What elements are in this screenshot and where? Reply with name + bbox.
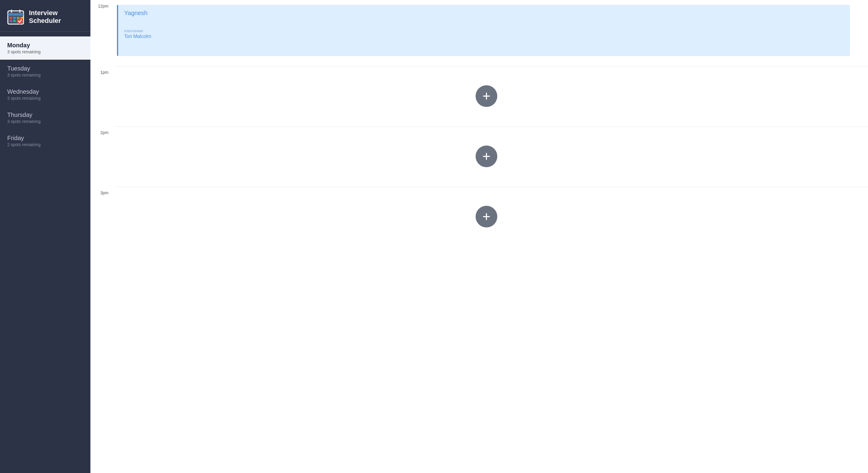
time-content-3pm [115,187,868,247]
svg-rect-8 [13,20,16,22]
schedule-area: 12pm Yagnesh Interviewer Tori Malcolm 1p… [90,0,868,259]
svg-point-12 [17,18,23,24]
svg-rect-4 [13,17,16,19]
sidebar-nav: Monday 3 spots remaining Tuesday 3 spots… [0,34,90,473]
time-label-2pm: 2pm [90,127,115,135]
app-title: Interview Scheduler [29,9,61,25]
plus-icon [482,91,491,101]
sidebar-header: Interview Scheduler [0,0,90,32]
sidebar: Interview Scheduler Monday 3 spots remai… [0,0,90,473]
event-interviewer-section: Interviewer Tori Malcolm [124,29,844,39]
time-content-2pm [115,127,868,187]
time-label-noon: 12pm [90,0,115,8]
time-slot-2pm: 2pm [90,127,868,187]
time-slot-1pm: 1pm [90,66,868,127]
calendar-icon [7,8,24,25]
event-candidate-name: Yagnesh [124,10,844,17]
time-content-noon: Yagnesh Interviewer Tori Malcolm [115,0,868,66]
event-interviewer-name: Tori Malcolm [124,34,844,39]
add-slot-2pm-button[interactable] [475,146,497,167]
plus-icon [482,152,491,161]
sidebar-item-thursday[interactable]: Thursday 3 spots remaining [0,106,90,129]
sidebar-item-wednesday[interactable]: Wednesday 3 spots remaining [0,83,90,106]
svg-rect-3 [10,17,12,19]
event-card[interactable]: Yagnesh Interviewer Tori Malcolm [117,5,850,56]
svg-rect-7 [10,20,12,22]
time-slot-noon: 12pm Yagnesh Interviewer Tori Malcolm [90,0,868,66]
main-content: 12pm Yagnesh Interviewer Tori Malcolm 1p… [90,0,868,473]
plus-icon [482,212,491,221]
add-slot-1pm-button[interactable] [475,85,497,107]
time-content-1pm [115,66,868,127]
svg-rect-2 [8,13,24,16]
time-slot-3pm: 3pm [90,187,868,247]
sidebar-item-tuesday[interactable]: Tuesday 3 spots remaining [0,60,90,83]
sidebar-item-monday[interactable]: Monday 3 spots remaining [0,36,90,60]
event-interviewer-label: Interviewer [124,29,844,33]
time-label-3pm: 3pm [90,187,115,195]
time-label-1pm: 1pm [90,66,115,75]
add-slot-3pm-button[interactable] [475,206,497,227]
sidebar-item-friday[interactable]: Friday 2 spots remaining [0,129,90,152]
